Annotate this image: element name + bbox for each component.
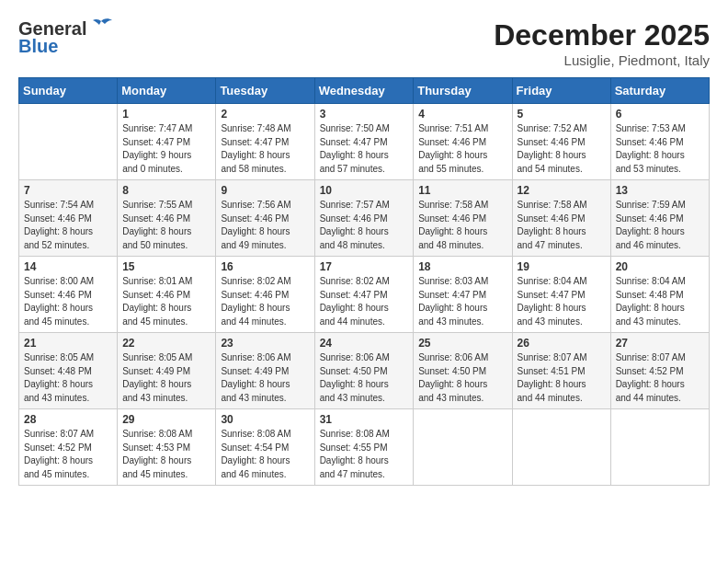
logo-bird-icon: [88, 17, 114, 38]
title-block: December 2025 Lusiglie, Piedmont, Italy: [494, 18, 710, 68]
day-number: 31: [320, 413, 409, 426]
day-number: 21: [24, 337, 112, 350]
calendar-cell: 1Sunrise: 7:47 AMSunset: 4:47 PMDaylight…: [118, 104, 216, 180]
day-info: Sunrise: 7:58 AMSunset: 4:46 PMDaylight:…: [518, 199, 606, 252]
calendar-cell: 8Sunrise: 7:55 AMSunset: 4:46 PMDaylight…: [118, 180, 216, 257]
calendar-cell: 6Sunrise: 7:53 AMSunset: 4:46 PMDaylight…: [610, 104, 709, 180]
day-number: 14: [24, 260, 112, 273]
calendar-week-1: 1Sunrise: 7:47 AMSunset: 4:47 PMDaylight…: [19, 104, 710, 180]
calendar-cell: 2Sunrise: 7:48 AMSunset: 4:47 PMDaylight…: [216, 104, 314, 180]
weekday-header-thursday: Thursday: [414, 78, 512, 104]
calendar-cell: 16Sunrise: 8:02 AMSunset: 4:46 PMDayligh…: [216, 257, 314, 333]
day-info: Sunrise: 8:03 AMSunset: 4:47 PMDaylight:…: [418, 275, 506, 328]
calendar-cell: 12Sunrise: 7:58 AMSunset: 4:46 PMDayligh…: [512, 180, 610, 257]
calendar-cell: 29Sunrise: 8:08 AMSunset: 4:53 PMDayligh…: [118, 409, 216, 486]
calendar-cell: 24Sunrise: 8:06 AMSunset: 4:50 PMDayligh…: [314, 333, 414, 409]
day-number: 17: [320, 260, 409, 273]
calendar-cell: 30Sunrise: 8:08 AMSunset: 4:54 PMDayligh…: [216, 409, 314, 486]
day-info: Sunrise: 8:00 AMSunset: 4:46 PMDaylight:…: [24, 275, 112, 328]
day-info: Sunrise: 8:04 AMSunset: 4:47 PMDaylight:…: [518, 275, 606, 328]
day-info: Sunrise: 8:06 AMSunset: 4:50 PMDaylight:…: [418, 351, 506, 405]
calendar-cell: 18Sunrise: 8:03 AMSunset: 4:47 PMDayligh…: [414, 257, 512, 333]
day-info: Sunrise: 8:08 AMSunset: 4:54 PMDaylight:…: [221, 428, 309, 481]
calendar-cell: 25Sunrise: 8:06 AMSunset: 4:50 PMDayligh…: [414, 333, 512, 409]
calendar-cell: 17Sunrise: 8:02 AMSunset: 4:47 PMDayligh…: [314, 257, 414, 333]
calendar-week-5: 28Sunrise: 8:07 AMSunset: 4:52 PMDayligh…: [19, 409, 710, 486]
calendar-cell: 19Sunrise: 8:04 AMSunset: 4:47 PMDayligh…: [512, 257, 610, 333]
day-number: 29: [122, 413, 210, 426]
weekday-header-row: SundayMondayTuesdayWednesdayThursdayFrid…: [19, 78, 710, 104]
day-number: 23: [221, 337, 309, 350]
day-number: 16: [221, 260, 309, 273]
calendar-cell: 9Sunrise: 7:56 AMSunset: 4:46 PMDaylight…: [216, 180, 314, 257]
weekday-header-friday: Friday: [512, 78, 610, 104]
day-number: 7: [24, 184, 112, 197]
day-number: 24: [320, 337, 409, 350]
day-number: 25: [418, 337, 506, 350]
calendar-cell: 31Sunrise: 8:08 AMSunset: 4:55 PMDayligh…: [314, 409, 414, 486]
logo-blue: Blue: [18, 36, 58, 57]
day-info: Sunrise: 7:53 AMSunset: 4:46 PMDaylight:…: [616, 122, 704, 176]
day-info: Sunrise: 8:06 AMSunset: 4:50 PMDaylight:…: [320, 351, 409, 405]
day-info: Sunrise: 8:07 AMSunset: 4:52 PMDaylight:…: [616, 351, 704, 405]
calendar-cell: 15Sunrise: 8:01 AMSunset: 4:46 PMDayligh…: [118, 257, 216, 333]
calendar-cell: 10Sunrise: 7:57 AMSunset: 4:46 PMDayligh…: [314, 180, 414, 257]
day-info: Sunrise: 8:04 AMSunset: 4:48 PMDaylight:…: [616, 275, 704, 328]
page-header: General Blue December 2025 Lusiglie, Pie…: [18, 18, 710, 68]
day-info: Sunrise: 7:51 AMSunset: 4:46 PMDaylight:…: [418, 122, 506, 176]
calendar-cell: 22Sunrise: 8:05 AMSunset: 4:49 PMDayligh…: [118, 333, 216, 409]
day-number: 9: [221, 184, 309, 197]
calendar-table: SundayMondayTuesdayWednesdayThursdayFrid…: [18, 77, 710, 486]
day-info: Sunrise: 7:54 AMSunset: 4:46 PMDaylight:…: [24, 199, 112, 252]
weekday-header-wednesday: Wednesday: [314, 78, 414, 104]
day-number: 10: [320, 184, 409, 197]
weekday-header-tuesday: Tuesday: [216, 78, 314, 104]
logo: General Blue: [18, 18, 114, 57]
weekday-header-monday: Monday: [118, 78, 216, 104]
day-info: Sunrise: 8:07 AMSunset: 4:52 PMDaylight:…: [24, 428, 112, 481]
calendar-cell: 14Sunrise: 8:00 AMSunset: 4:46 PMDayligh…: [19, 257, 118, 333]
calendar-cell: [512, 409, 610, 486]
day-info: Sunrise: 7:47 AMSunset: 4:47 PMDaylight:…: [122, 122, 210, 176]
day-number: 18: [418, 260, 506, 273]
page-subtitle: Lusiglie, Piedmont, Italy: [494, 52, 710, 68]
calendar-cell: [610, 409, 709, 486]
day-info: Sunrise: 7:57 AMSunset: 4:46 PMDaylight:…: [320, 199, 409, 252]
day-number: 5: [518, 108, 606, 121]
calendar-cell: 21Sunrise: 8:05 AMSunset: 4:48 PMDayligh…: [19, 333, 118, 409]
day-info: Sunrise: 8:02 AMSunset: 4:47 PMDaylight:…: [320, 275, 409, 328]
day-number: 4: [418, 108, 506, 121]
day-number: 6: [616, 108, 704, 121]
day-info: Sunrise: 8:08 AMSunset: 4:53 PMDaylight:…: [122, 428, 210, 481]
day-number: 2: [221, 108, 309, 121]
day-number: 13: [616, 184, 704, 197]
calendar-week-3: 14Sunrise: 8:00 AMSunset: 4:46 PMDayligh…: [19, 257, 710, 333]
day-number: 1: [122, 108, 210, 121]
day-info: Sunrise: 8:05 AMSunset: 4:48 PMDaylight:…: [24, 351, 112, 405]
day-info: Sunrise: 7:59 AMSunset: 4:46 PMDaylight:…: [616, 199, 704, 252]
calendar-cell: 4Sunrise: 7:51 AMSunset: 4:46 PMDaylight…: [414, 104, 512, 180]
calendar-week-2: 7Sunrise: 7:54 AMSunset: 4:46 PMDaylight…: [19, 180, 710, 257]
calendar-cell: 7Sunrise: 7:54 AMSunset: 4:46 PMDaylight…: [19, 180, 118, 257]
calendar-cell: 20Sunrise: 8:04 AMSunset: 4:48 PMDayligh…: [610, 257, 709, 333]
day-number: 27: [616, 337, 704, 350]
day-number: 28: [24, 413, 112, 426]
day-info: Sunrise: 7:58 AMSunset: 4:46 PMDaylight:…: [418, 199, 506, 252]
calendar-cell: 3Sunrise: 7:50 AMSunset: 4:47 PMDaylight…: [314, 104, 414, 180]
weekday-header-sunday: Sunday: [19, 78, 118, 104]
day-number: 3: [320, 108, 409, 121]
day-info: Sunrise: 8:08 AMSunset: 4:55 PMDaylight:…: [320, 428, 409, 481]
calendar-cell: [414, 409, 512, 486]
day-number: 22: [122, 337, 210, 350]
day-info: Sunrise: 7:52 AMSunset: 4:46 PMDaylight:…: [518, 122, 606, 176]
calendar-cell: 28Sunrise: 8:07 AMSunset: 4:52 PMDayligh…: [19, 409, 118, 486]
day-info: Sunrise: 8:05 AMSunset: 4:49 PMDaylight:…: [122, 351, 210, 405]
day-number: 30: [221, 413, 309, 426]
calendar-cell: 11Sunrise: 7:58 AMSunset: 4:46 PMDayligh…: [414, 180, 512, 257]
day-info: Sunrise: 7:48 AMSunset: 4:47 PMDaylight:…: [221, 122, 309, 176]
day-info: Sunrise: 7:56 AMSunset: 4:46 PMDaylight:…: [221, 199, 309, 252]
weekday-header-saturday: Saturday: [610, 78, 709, 104]
day-number: 11: [418, 184, 506, 197]
page-title: December 2025: [494, 18, 710, 52]
calendar-cell: 26Sunrise: 8:07 AMSunset: 4:51 PMDayligh…: [512, 333, 610, 409]
